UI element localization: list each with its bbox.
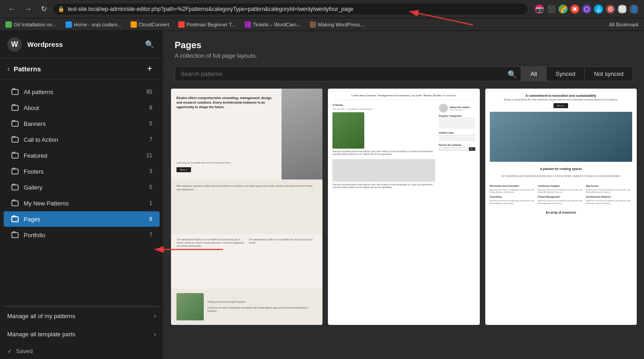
ext-icon-7[interactable]: 🎯 (606, 5, 615, 14)
sidebar-item-about[interactable]: About 8 (4, 100, 160, 115)
card3-passion-heading: A passion for creating spaces (490, 167, 632, 170)
browser-bar: ← → ↻ 🔒 📷 ⬛ 🌈 ✖ ⬡ 💧 🎯 ⬜ 👤 (0, 0, 644, 18)
bookmark-item[interactable]: Git Installation on... (4, 20, 58, 29)
bookmark-item[interactable]: Postman Beginner T... (176, 20, 237, 29)
ext-icon-4[interactable]: ✖ (570, 5, 579, 14)
folder-icon-banners (11, 120, 19, 128)
add-pattern-button[interactable]: + (143, 63, 156, 75)
card2-sidebar: About the author Author Biography Popula… (439, 104, 475, 319)
card2-cat-4 (439, 125, 475, 126)
card2-bottom-text: Doecuam ad platea parituir lorem laborar… (332, 184, 435, 189)
card3-service-6: Architectural Solutions Experience the f… (586, 195, 632, 204)
url-input[interactable] (53, 4, 528, 15)
pattern-card-2[interactable]: I write about finance, management and ec… (328, 89, 479, 325)
card1-image (282, 89, 322, 180)
sidebar-header: W Wordpress 🔍 (0, 31, 163, 58)
bookmarks-bar: Git Installation on... Home - snpi.codam… (0, 18, 644, 31)
filter-tabs: All Synced Not synced (521, 66, 633, 81)
card2-gray-box (332, 159, 435, 182)
chevron-right-icon-2: › (154, 330, 156, 338)
sidebar-footer: Manage all of my patterns › Manage all t… (0, 306, 163, 359)
card2-link-3 (439, 139, 475, 141)
filter-tab-all[interactable]: All (521, 66, 546, 81)
sidebar-item-all-patterns[interactable]: All patterns 85 (4, 84, 160, 100)
nav-count-gallery: 5 (149, 184, 152, 190)
card1-extra-text: Guiding your business through the projec… (207, 301, 317, 313)
bookmark-item[interactable]: CloudConvert (129, 20, 171, 29)
refresh-button[interactable]: ↻ (38, 4, 50, 14)
bookmark-item[interactable]: Home - snpi.codam... (64, 20, 123, 29)
ext-icon-5[interactable]: ⬡ (582, 5, 591, 14)
search-input[interactable] (175, 66, 521, 81)
pattern-card-3[interactable]: A commitment to innovation and sustainab… (485, 89, 637, 325)
bookmark-label-4: Postman Beginner T... (186, 22, 236, 27)
nav-count-featured: 11 (146, 152, 152, 159)
nav-count-banners: 5 (149, 120, 152, 127)
sidebar-navigation: All patterns 85 About 8 Banners 5 Call t… (0, 80, 163, 306)
sidebar-back-button[interactable]: ‹ (7, 64, 10, 74)
card2-cat-1 (439, 118, 475, 120)
manage-patterns-label: Manage all of my patterns (7, 313, 150, 319)
nav-label-portfolio: Portfolio (24, 232, 145, 239)
forward-button[interactable]: → (22, 4, 35, 14)
nav-count-footers: 3 (149, 168, 152, 175)
card2-article: A flower Nov 19, 2023 — by admin in Unca… (332, 104, 435, 319)
saved-label: Saved (16, 348, 33, 354)
card2-cat-2 (439, 120, 475, 122)
sidebar-item-portfolio[interactable]: Portfolio 7 (4, 227, 160, 243)
filter-tab-not-synced[interactable]: Not synced (585, 66, 633, 81)
sidebar-item-footers[interactable]: Footers 3 (4, 164, 160, 179)
bookmark-item[interactable]: Tickets – WordCam... (243, 20, 302, 29)
card1-mid: With meticulous attention to detail and … (171, 180, 322, 234)
bookmark-favicon-1 (5, 21, 12, 28)
filter-tab-synced[interactable]: Synced (547, 66, 585, 81)
nav-label-pages: Pages (24, 216, 145, 223)
search-button[interactable]: 🔍 (508, 70, 517, 78)
ext-icon-6[interactable]: 💧 (594, 5, 603, 14)
ext-icon-2[interactable]: ⬛ (547, 5, 556, 14)
bookmark-item[interactable]: Making WordPress.... (308, 20, 367, 29)
card2-author-label: About the author (450, 106, 470, 109)
card3-services-grid: Renovation and restoration Experience th… (490, 184, 632, 204)
card3-service-2-title: Continuous Support (538, 184, 584, 188)
back-button[interactable]: ← (5, 4, 18, 14)
bookmark-label-2: Home - snpi.codam... (74, 22, 121, 27)
card1-btn: About us (176, 167, 191, 172)
url-wrapper: 🔒 (53, 4, 528, 15)
bookmark-item-all[interactable]: All Bookmark (607, 21, 640, 28)
card1-extra: Guiding your business through the projec… (171, 289, 322, 325)
sidebar-item-pages[interactable]: Pages 8 (4, 211, 160, 227)
card3-service-1-text: Experience the fusion of imagination and… (490, 189, 536, 194)
sidebar-item-banners[interactable]: Banners 5 (4, 116, 160, 131)
card2-search-section: Search the website 🔍 (439, 144, 475, 151)
pattern-card-1[interactable]: Études offers comprehensive consulting, … (171, 89, 322, 325)
wp-logo[interactable]: W (7, 37, 22, 52)
nav-label-featured: Featured (24, 152, 142, 159)
ext-icon-1[interactable]: 📷 (535, 5, 544, 14)
card2-content: I write about finance, management and ec… (328, 89, 479, 325)
site-name: Wordpress (27, 40, 138, 48)
ext-icon-3[interactable]: 🌈 (558, 5, 568, 14)
card3-service-3: App Access Experience the fusion of imag… (586, 184, 632, 194)
card2-flower-img (332, 112, 364, 149)
sidebar-search-button[interactable]: 🔍 (143, 38, 156, 50)
sidebar: W Wordpress 🔍 ‹ Patterns + All patterns … (0, 31, 164, 359)
sidebar-item-gallery[interactable]: Gallery 5 (4, 180, 160, 195)
card2-cat-3 (439, 122, 475, 124)
manage-template-parts-link[interactable]: Manage all template parts › (0, 325, 163, 343)
sidebar-item-featured[interactable]: Featured 11 (4, 148, 160, 163)
ext-icon-8[interactable]: ⬜ (618, 5, 627, 14)
card3-service-4-text: Experience the fusion of imagination and… (490, 199, 536, 204)
card3-service-4: Consulting Experience the fusion of imag… (490, 195, 536, 204)
card2-article-text: Doecuam ad platea parituir lorem laborar… (332, 150, 435, 156)
saved-indicator: ✓ Saved (0, 343, 163, 359)
card3-content: A commitment to innovation and sustainab… (485, 89, 637, 325)
manage-patterns-link[interactable]: Manage all of my patterns › (0, 307, 163, 325)
user-icon[interactable]: 👤 (629, 5, 639, 14)
nav-count-cta: 7 (149, 136, 152, 143)
nav-label-footers: Footers (24, 168, 145, 175)
card3-service-2-text: Experience the fusion of imagination and… (538, 189, 584, 194)
sidebar-item-call-to-action[interactable]: Call to Action 7 (4, 132, 160, 147)
sidebar-item-my-new-patterns[interactable]: My New Patterns 1 (4, 195, 160, 211)
card2-useful-links: Useful Links (439, 131, 475, 141)
